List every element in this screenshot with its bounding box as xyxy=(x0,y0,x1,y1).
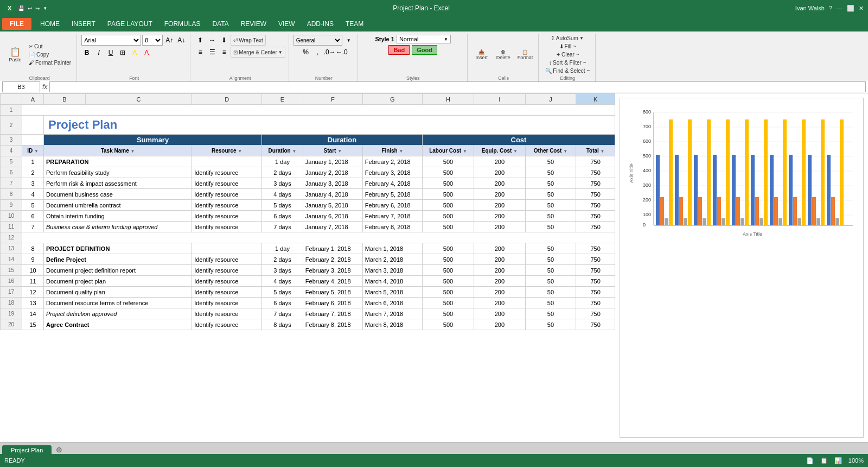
cell-other-14[interactable]: 50 xyxy=(525,254,576,265)
cell-res-20[interactable]: Identify resource xyxy=(192,319,262,330)
cell-total-13[interactable]: 750 xyxy=(576,243,615,254)
view-menu[interactable]: VIEW xyxy=(273,18,301,29)
font-color-button[interactable]: A xyxy=(141,47,152,58)
cell-equip-19[interactable]: 200 xyxy=(474,308,525,319)
cell-other-11[interactable]: 50 xyxy=(525,222,576,232)
cell-start-13[interactable]: February 1, 2018 xyxy=(303,243,362,254)
cell-other-6[interactable]: 50 xyxy=(525,167,576,178)
cell-other-5[interactable]: 50 xyxy=(525,156,576,167)
insert-menu[interactable]: INSERT xyxy=(66,18,101,29)
cell-dur-14[interactable]: 2 days xyxy=(262,254,303,265)
cell-res-15[interactable]: Identify resource xyxy=(192,265,262,276)
cell-id-14[interactable]: 9 xyxy=(22,254,44,265)
cell-start-7[interactable]: January 3, 2018 xyxy=(303,178,362,189)
cell-id-18[interactable]: 13 xyxy=(22,298,44,308)
col-h[interactable]: H xyxy=(422,94,474,105)
cell-equip-8[interactable]: 200 xyxy=(474,189,525,200)
cell-id-9[interactable]: 5 xyxy=(22,200,44,211)
cell-other-17[interactable]: 50 xyxy=(525,287,576,298)
clear-button[interactable]: ✦ Clear ~ xyxy=(554,51,582,58)
quick-undo[interactable]: ↩ xyxy=(28,5,32,11)
cell-other-15[interactable]: 50 xyxy=(525,265,576,276)
cell-id-5[interactable]: 1 xyxy=(22,156,44,167)
cell-id-19[interactable]: 14 xyxy=(22,308,44,319)
cell-equip-14[interactable]: 200 xyxy=(474,254,525,265)
cell-labour-9[interactable]: 500 xyxy=(422,200,474,211)
cell-task-11[interactable]: Business case & interim funding approved xyxy=(44,222,192,232)
italic-button[interactable]: I xyxy=(93,47,104,58)
page-layout-menu[interactable]: PAGE LAYOUT xyxy=(102,18,158,29)
cell-start-19[interactable]: February 7, 2018 xyxy=(303,308,362,319)
cell-task-9[interactable]: Document umbrella contract xyxy=(44,200,192,211)
cell-res-13[interactable] xyxy=(192,243,262,254)
cell-total-19[interactable]: 750 xyxy=(576,308,615,319)
project-title-cell[interactable]: Project Plan xyxy=(44,116,615,135)
add-sheet-button[interactable]: ⊕ xyxy=(53,444,66,455)
formulas-menu[interactable]: FORMULAS xyxy=(159,18,206,29)
quick-dropdown[interactable]: ▼ xyxy=(43,6,47,11)
cell-id-17[interactable]: 12 xyxy=(22,287,44,298)
cell-other-20[interactable]: 50 xyxy=(525,319,576,330)
cell-total-16[interactable]: 750 xyxy=(576,276,615,287)
cell-id-13[interactable]: 8 xyxy=(22,243,44,254)
help-btn[interactable]: ? xyxy=(829,5,832,11)
col-c[interactable]: C xyxy=(85,94,192,105)
cell-labour-6[interactable]: 500 xyxy=(422,167,474,178)
cell-total-11[interactable]: 750 xyxy=(576,222,615,232)
cell-finish-9[interactable]: February 6, 2018 xyxy=(362,200,422,211)
cell-task-6[interactable]: Perform feasibility study xyxy=(44,167,192,178)
view-normal-icon[interactable]: 📄 xyxy=(806,457,814,464)
cell-other-7[interactable]: 50 xyxy=(525,178,576,189)
find-select-button[interactable]: 🔍 Find & Select ~ xyxy=(543,67,592,74)
align-left-btn[interactable]: ≡ xyxy=(195,47,206,58)
cell-total-7[interactable]: 750 xyxy=(576,178,615,189)
cell-id-7[interactable]: 3 xyxy=(22,178,44,189)
cell-finish-7[interactable]: February 4, 2018 xyxy=(362,178,422,189)
bad-style-badge[interactable]: Bad xyxy=(388,45,410,55)
cell-task-14[interactable]: Define Project xyxy=(44,254,192,265)
data-menu[interactable]: DATA xyxy=(207,18,234,29)
merge-center-button[interactable]: ⊡ Merge & Center ▼ xyxy=(231,47,285,58)
cell-equip-6[interactable]: 200 xyxy=(474,167,525,178)
cell-total-6[interactable]: 750 xyxy=(576,167,615,178)
cell-labour-7[interactable]: 500 xyxy=(422,178,474,189)
cell-empty-12[interactable] xyxy=(22,232,615,243)
autosum-dropdown[interactable]: ▼ xyxy=(579,36,584,41)
cell-task-18[interactable]: Document resource terms of reference xyxy=(44,298,192,308)
view-break-icon[interactable]: 📊 xyxy=(834,457,842,464)
normal-dropdown[interactable]: ▼ xyxy=(444,37,448,42)
cell-finish-14[interactable]: March 2, 2018 xyxy=(362,254,422,265)
autosum-button[interactable]: Σ AutoSum ▼ xyxy=(550,35,586,42)
cell-task-20[interactable]: Agree Contract xyxy=(44,319,192,330)
normal-style-box[interactable]: Normal ▼ xyxy=(397,35,451,43)
cell-finish-15[interactable]: March 3, 2018 xyxy=(362,265,422,276)
increase-font-btn[interactable]: A↑ xyxy=(164,35,175,46)
quick-redo[interactable]: ↪ xyxy=(35,5,40,11)
increase-decimal-btn[interactable]: .0→ xyxy=(324,47,335,58)
cell-dur-10[interactable]: 6 days xyxy=(262,211,303,222)
cell-finish-6[interactable]: February 3, 2018 xyxy=(362,167,422,178)
col-k[interactable]: K xyxy=(576,94,615,105)
col-j[interactable]: J xyxy=(525,94,576,105)
cell-dur-9[interactable]: 5 days xyxy=(262,200,303,211)
cell-task-19[interactable]: Project definition approved xyxy=(44,308,192,319)
cell-finish-20[interactable]: March 8, 2018 xyxy=(362,319,422,330)
cell-res-9[interactable]: Identify resource xyxy=(192,200,262,211)
cell-id-15[interactable]: 10 xyxy=(22,265,44,276)
restore-btn[interactable]: ⬜ xyxy=(847,5,854,12)
cell-dur-15[interactable]: 3 days xyxy=(262,265,303,276)
cell-labour-18[interactable]: 500 xyxy=(422,298,474,308)
cell-task-13[interactable]: PROJECT DEFINITION xyxy=(44,243,192,254)
cell-task-17[interactable]: Document quality plan xyxy=(44,287,192,298)
cell-a2[interactable] xyxy=(22,116,44,135)
cell-res-6[interactable]: Identify resource xyxy=(192,167,262,178)
cell-labour-17[interactable]: 500 xyxy=(422,287,474,298)
cell-res-7[interactable]: Identify resource xyxy=(192,178,262,189)
cell-task-7[interactable]: Perform risk & impact assessment xyxy=(44,178,192,189)
cell-task-15[interactable]: Document project definition report xyxy=(44,265,192,276)
cell-start-20[interactable]: February 8, 2018 xyxy=(303,319,362,330)
cell-dur-18[interactable]: 6 days xyxy=(262,298,303,308)
paste-button[interactable]: 📋 Paste xyxy=(5,46,25,64)
cell-equip-20[interactable]: 200 xyxy=(474,319,525,330)
file-menu[interactable]: FILE xyxy=(2,18,31,30)
